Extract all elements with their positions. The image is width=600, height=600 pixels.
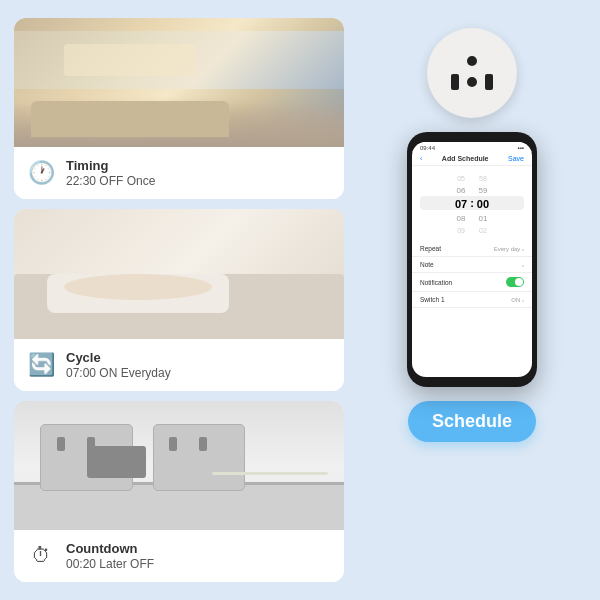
countdown-image (14, 401, 344, 530)
plug-hole-ground (467, 77, 477, 87)
living-room-image (14, 18, 344, 147)
note-value: › (522, 262, 524, 268)
switch-value: ON › (511, 297, 524, 303)
plug-body (427, 28, 517, 118)
phone-screen: 09:44 ▪▪▪ ‹ Add Schedule Save 0 (412, 142, 532, 377)
min-01: 01 (479, 213, 488, 224)
phone-wrapper: 09:44 ▪▪▪ ‹ Add Schedule Save 0 (407, 132, 537, 387)
plug-holes (451, 74, 493, 90)
countdown-info: ⏱ Countdown 00:20 Later OFF (14, 530, 344, 582)
minutes-column: 58 59 00 01 02 (477, 174, 489, 235)
note-row[interactable]: Note › (412, 257, 532, 273)
countdown-label: Countdown (66, 541, 154, 556)
schedule-button-label: Schedule (432, 411, 512, 432)
phone-status-bar: 09:44 ▪▪▪ (412, 142, 532, 152)
plug-hole-left (451, 74, 459, 90)
settings-list: Repeat Every day › Note › Notification (412, 239, 532, 377)
plug-hole-right (485, 74, 493, 90)
plug-camera (467, 56, 477, 66)
cycle-text: Cycle 07:00 ON Everyday (66, 350, 171, 380)
hour-07-active: 07 (455, 197, 467, 212)
screen-title: Add Schedule (422, 155, 508, 162)
left-column: 🕐 Timing 22:30 OFF Once 🔄 C (14, 18, 344, 582)
hour-08: 08 (457, 213, 466, 224)
countdown-card: ⏱ Countdown 00:20 Later OFF (14, 401, 344, 582)
bedroom-image (14, 209, 344, 338)
min-58: 58 (479, 174, 487, 184)
hour-09: 09 (457, 226, 465, 236)
repeat-row[interactable]: Repeat Every day › (412, 241, 532, 257)
cycle-card: 🔄 Cycle 07:00 ON Everyday (14, 209, 344, 390)
notification-label: Notification (420, 279, 452, 286)
note-label: Note (420, 261, 434, 268)
main-container: 🕐 Timing 22:30 OFF Once 🔄 C (0, 0, 600, 600)
save-button[interactable]: Save (508, 155, 524, 162)
timing-icon: 🕐 (26, 160, 56, 186)
phone-mockup: 09:44 ▪▪▪ ‹ Add Schedule Save 0 (407, 132, 537, 387)
timing-text: Timing 22:30 OFF Once (66, 158, 155, 188)
timing-card: 🕐 Timing 22:30 OFF Once (14, 18, 344, 199)
phone-notch (452, 132, 492, 140)
hours-column: 05 06 07 08 09 (455, 174, 467, 235)
cycle-icon: 🔄 (26, 352, 56, 378)
right-column: 09:44 ▪▪▪ ‹ Add Schedule Save 0 (358, 18, 586, 582)
plug-wall-image (14, 401, 344, 530)
min-02: 02 (479, 226, 487, 236)
phone-header: ‹ Add Schedule Save (412, 152, 532, 166)
timing-image (14, 18, 344, 147)
countdown-icon: ⏱ (26, 544, 56, 567)
status-time: 09:44 (420, 145, 435, 151)
notification-row[interactable]: Notification (412, 273, 532, 292)
min-00-active: 00 (477, 197, 489, 212)
cycle-image (14, 209, 344, 338)
plug-illustration (427, 28, 517, 118)
repeat-label: Repeat (420, 245, 441, 252)
min-59: 59 (479, 185, 488, 196)
timing-label: Timing (66, 158, 155, 173)
hour-06: 06 (457, 185, 466, 196)
schedule-button[interactable]: Schedule (408, 401, 536, 442)
timing-sublabel: 22:30 OFF Once (66, 174, 155, 188)
status-icons: ▪▪▪ (518, 145, 524, 151)
cycle-sublabel: 07:00 ON Everyday (66, 366, 171, 380)
cycle-label: Cycle (66, 350, 171, 365)
time-picker[interactable]: 05 06 07 08 09 : 58 59 00 01 (412, 166, 532, 239)
switch-label: Switch 1 (420, 296, 445, 303)
timing-info: 🕐 Timing 22:30 OFF Once (14, 147, 344, 199)
countdown-text: Countdown 00:20 Later OFF (66, 541, 154, 571)
time-colon: : (470, 197, 474, 209)
switch-row[interactable]: Switch 1 ON › (412, 292, 532, 308)
cycle-info: 🔄 Cycle 07:00 ON Everyday (14, 339, 344, 391)
notification-toggle[interactable] (506, 277, 524, 287)
countdown-sublabel: 00:20 Later OFF (66, 557, 154, 571)
hour-05: 05 (457, 174, 465, 184)
repeat-value: Every day › (494, 246, 524, 252)
